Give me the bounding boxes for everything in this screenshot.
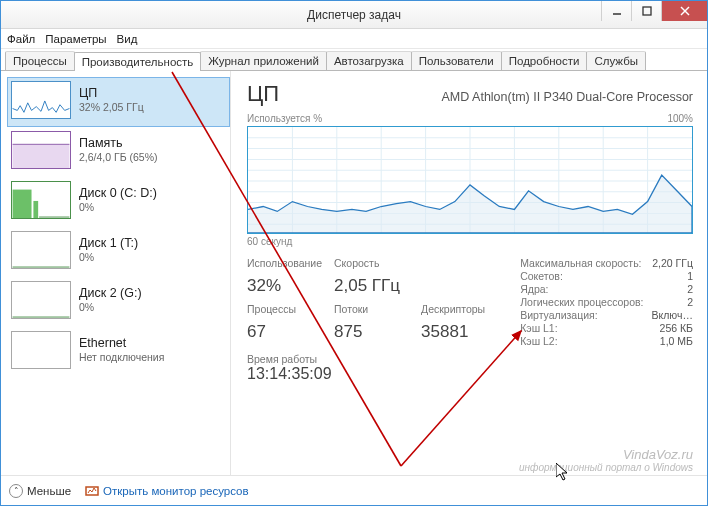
sidebar-item-ethernet[interactable]: EthernetНет подключения xyxy=(7,327,230,377)
chart-ylabel: Используется % xyxy=(247,113,322,124)
sidebar-item-memory[interactable]: Память2,6/4,0 ГБ (65%) xyxy=(7,127,230,177)
cpu-thumb-icon xyxy=(11,81,71,119)
chevron-up-icon: ˄ xyxy=(9,484,23,498)
open-resource-monitor-link[interactable]: Открыть монитор ресурсов xyxy=(85,484,249,498)
tabs: Процессы Производительность Журнал прило… xyxy=(1,49,707,71)
maximize-button[interactable] xyxy=(631,1,661,21)
sidebar-item-disk0[interactable]: Диск 0 (C: D:)0% xyxy=(7,177,230,227)
titlebar: Диспетчер задач xyxy=(1,1,707,29)
watermark: VindaVoz.ru информационный портал о Wind… xyxy=(519,448,693,473)
footer: ˄ Меньше Открыть монитор ресурсов xyxy=(1,475,707,505)
uptime-value: 13:14:35:09 xyxy=(247,365,693,383)
tab-services[interactable]: Службы xyxy=(586,51,646,70)
handles-value: 35881 xyxy=(421,322,496,347)
sidebar-item-disk1[interactable]: Диск 1 (T:)0% xyxy=(7,227,230,277)
close-button[interactable] xyxy=(661,1,707,21)
menubar: Файл Параметры Вид xyxy=(1,29,707,49)
chart-xlabel: 60 секунд xyxy=(247,236,693,247)
disk1-thumb-icon xyxy=(11,231,71,269)
chart-ymax: 100% xyxy=(667,113,693,124)
sidebar-item-disk2[interactable]: Диск 2 (G:)0% xyxy=(7,277,230,327)
menu-options[interactable]: Параметры xyxy=(45,33,106,45)
window-title: Диспетчер задач xyxy=(307,8,401,22)
monitor-icon xyxy=(85,484,99,498)
sidebar-item-cpu[interactable]: ЦП32% 2,05 ГГц xyxy=(7,77,230,127)
menu-file[interactable]: Файл xyxy=(7,33,35,45)
memory-thumb-icon xyxy=(11,131,71,169)
cpu-usage-chart[interactable] xyxy=(247,126,693,234)
processes-value: 67 xyxy=(247,322,322,347)
svg-rect-6 xyxy=(13,190,32,218)
main-panel: ЦП AMD Athlon(tm) II P340 Dual-Core Proc… xyxy=(231,71,707,475)
cpu-name: ЦП xyxy=(79,86,144,101)
speed-value: 2,05 ГГц xyxy=(334,276,409,301)
tab-processes[interactable]: Процессы xyxy=(5,51,75,70)
cpu-details: Максимальная скорость:2,20 ГГц Сокетов:1… xyxy=(520,257,693,347)
svg-rect-1 xyxy=(643,7,651,15)
ethernet-thumb-icon xyxy=(11,331,71,369)
tab-details[interactable]: Подробности xyxy=(501,51,588,70)
page-title: ЦП xyxy=(247,81,279,107)
cursor-icon xyxy=(556,463,572,483)
tab-startup[interactable]: Автозагрузка xyxy=(326,51,412,70)
svg-rect-4 xyxy=(13,144,70,168)
tab-users[interactable]: Пользователи xyxy=(411,51,502,70)
cpu-model: AMD Athlon(tm) II P340 Dual-Core Process… xyxy=(442,90,693,104)
minimize-button[interactable] xyxy=(601,1,631,21)
fewer-details-button[interactable]: ˄ Меньше xyxy=(9,484,71,498)
menu-view[interactable]: Вид xyxy=(117,33,138,45)
cpu-sub: 32% 2,05 ГГц xyxy=(79,101,144,114)
disk0-thumb-icon xyxy=(11,181,71,219)
tab-apphistory[interactable]: Журнал приложений xyxy=(200,51,327,70)
svg-rect-7 xyxy=(33,201,38,218)
threads-value: 875 xyxy=(334,322,409,347)
tab-performance[interactable]: Производительность xyxy=(74,52,202,71)
usage-value: 32% xyxy=(247,276,322,301)
sidebar: ЦП32% 2,05 ГГц Память2,6/4,0 ГБ (65%) Ди… xyxy=(1,71,231,475)
disk2-thumb-icon xyxy=(11,281,71,319)
